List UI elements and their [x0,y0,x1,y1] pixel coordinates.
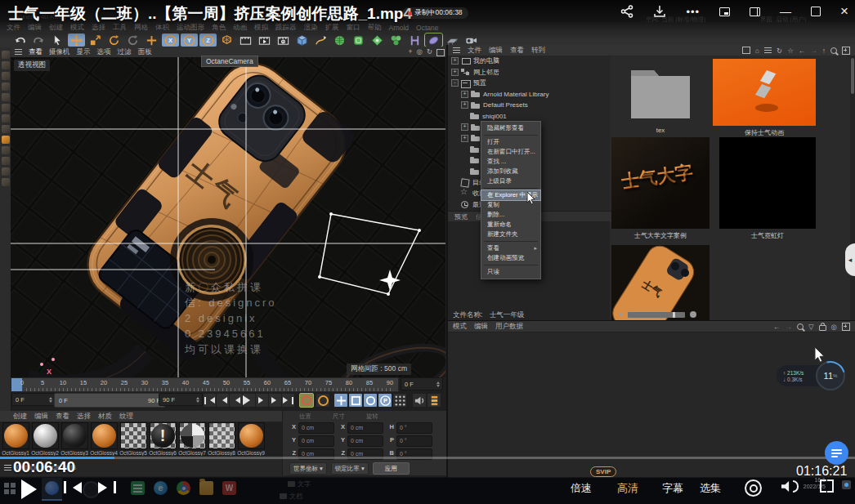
viewport-zoom-icon[interactable]: ◎ [416,47,422,56]
key-parameter-button[interactable]: P [378,393,392,408]
quality-button[interactable]: 高清 [617,481,638,496]
playlist-drawer-handle[interactable]: ◂ [845,243,855,276]
viewport-menu-2[interactable]: 显示 [77,47,91,57]
mini-player-icon[interactable] [719,7,730,16]
key-scale-button[interactable] [348,393,363,408]
play-forward-button[interactable] [242,393,256,408]
points-mode-icon[interactable] [2,104,10,112]
context-menu-item[interactable]: 重新命名 [481,220,540,230]
seek-bar[interactable] [0,457,855,459]
tree-expander-icon[interactable]: + [451,69,459,76]
current-frame-field[interactable]: 0 F [11,393,56,406]
playback-speed-button[interactable]: 倍速 [571,481,592,496]
favorites-icon[interactable]: ☆ [787,47,794,55]
next-episode-button[interactable] [98,481,116,493]
frame-field[interactable]: 0 F [401,377,443,390]
material-item[interactable]: !OctGlossy6 [149,422,177,457]
forward-icon[interactable]: → [810,47,817,55]
tree-expander-icon[interactable]: + [461,123,468,131]
coords-field[interactable]: 0 cm [347,435,383,447]
fullscreen-button[interactable] [820,479,834,493]
slider-track[interactable] [628,312,685,318]
thumbnail-phone[interactable]: 士气 [611,245,710,320]
more-options-icon[interactable]: ••• [686,6,700,18]
tree-expander-icon[interactable]: + [461,91,468,98]
context-menu-item[interactable]: 新建文件夹 [481,230,540,239]
play-button[interactable] [21,479,47,499]
thumbnail-size-slider[interactable] [620,311,696,318]
tree-item-shiqi001[interactable]: shiqi001 [448,111,610,123]
attr-target-icon[interactable]: ◎ [831,323,837,331]
playback-rate-button[interactable] [427,393,441,408]
texture-mode-icon[interactable] [2,72,10,80]
home-icon[interactable]: ⌂ [755,47,759,55]
record-gif-icon[interactable] [745,479,762,497]
material-item[interactable]: OctGlossy7 [178,422,206,457]
slider-handle[interactable] [673,312,675,318]
refresh-icon[interactable]: ↻ [777,47,782,55]
viewport-menu-0[interactable]: 查看 [29,47,43,57]
next-frame-button[interactable] [255,393,269,408]
tree-expander-icon[interactable]: - [451,79,459,87]
lock-icon[interactable] [819,325,826,331]
context-menu-item[interactable]: 在新窗口中打开... [481,147,540,157]
browser-menu-2[interactable]: 查看 [510,46,524,56]
minimize-button[interactable]: — [780,5,791,18]
viewport-toggle-icon[interactable] [436,49,445,56]
back-icon[interactable]: ← [799,47,806,55]
attr-filter-icon[interactable]: ▽ [808,323,814,331]
grid-c-icon[interactable] [2,178,10,186]
camera-label[interactable]: OctaneCamera [201,56,258,67]
browser-menu-0[interactable]: 文件 [468,46,481,56]
viewport-pan-icon[interactable]: + [408,47,412,56]
apply-button[interactable]: 应用 [373,462,410,475]
context-menu-item[interactable]: 打开 [481,137,540,147]
axis-mode-icon[interactable] [2,93,10,101]
attr-search-icon[interactable] [797,323,804,330]
material-item[interactable]: OctGlossy1 [2,422,29,457]
coords-field[interactable]: 0 cm [298,435,334,447]
make-editable-icon[interactable] [2,51,10,59]
previous-key-button[interactable] [216,393,230,408]
viewport-menu-5[interactable]: 面板 [138,47,152,57]
attr-menu-0[interactable]: 模式 [453,322,467,332]
download-icon[interactable] [653,5,666,18]
playback-sound-button[interactable] [412,393,427,408]
browser-scrollbar[interactable] [850,56,855,320]
coords-field[interactable]: 0 cm [347,422,383,434]
material-item[interactable]: OctGlossy8 [208,422,235,457]
thumbnail-tex[interactable] [620,59,701,124]
coords-field[interactable]: 0 cm [298,422,334,434]
context-menu-item[interactable]: 只读 [481,267,540,277]
browser-menu-3[interactable]: 转到 [531,46,545,56]
end-frame-field[interactable]: 90 F [159,393,203,406]
thumbnail-士气大学文字案例[interactable]: 士气大字 [611,137,710,229]
attr-forward-icon[interactable]: → [786,323,793,331]
thumbnail-保持士气动画[interactable] [713,59,816,126]
context-menu-item[interactable]: 上级目录 [481,176,540,186]
coords-field[interactable]: 0 ° [396,435,432,447]
side-panel-icon[interactable] [750,7,760,16]
snap-enable-icon[interactable] [2,136,10,144]
new-browser-icon[interactable] [842,47,850,55]
material-item[interactable]: OctGlossy3 [60,422,88,457]
tree-expander-icon[interactable]: + [451,57,459,65]
snap-settings-icon[interactable] [2,146,10,154]
grid-a-icon[interactable] [2,157,10,165]
close-button[interactable]: × [840,6,848,17]
workplane-mode-icon[interactable] [2,83,10,91]
autokey-ring-button[interactable] [316,393,330,408]
viewport-menu-4[interactable]: 过滤 [118,47,132,57]
material-item[interactable]: OctGlossy5 [119,422,147,457]
tree-expander-icon[interactable]: + [461,135,468,142]
viewport-rotate-icon[interactable]: ↻ [427,47,432,56]
tree-item-Arnold Material Library[interactable]: +Arnold Material Library [448,89,610,100]
context-menu-item[interactable]: 查找 ... [481,157,540,167]
goto-start-button[interactable] [203,393,217,408]
grid-b-icon[interactable] [2,167,10,176]
goto-end-button[interactable] [281,393,295,408]
tree-item-预置[interactable]: -预置 [448,78,610,89]
material-menu-4[interactable]: 材质 [98,412,112,421]
attr-new-icon[interactable] [842,323,850,331]
material-item[interactable]: OctGlossy2 [31,422,59,457]
